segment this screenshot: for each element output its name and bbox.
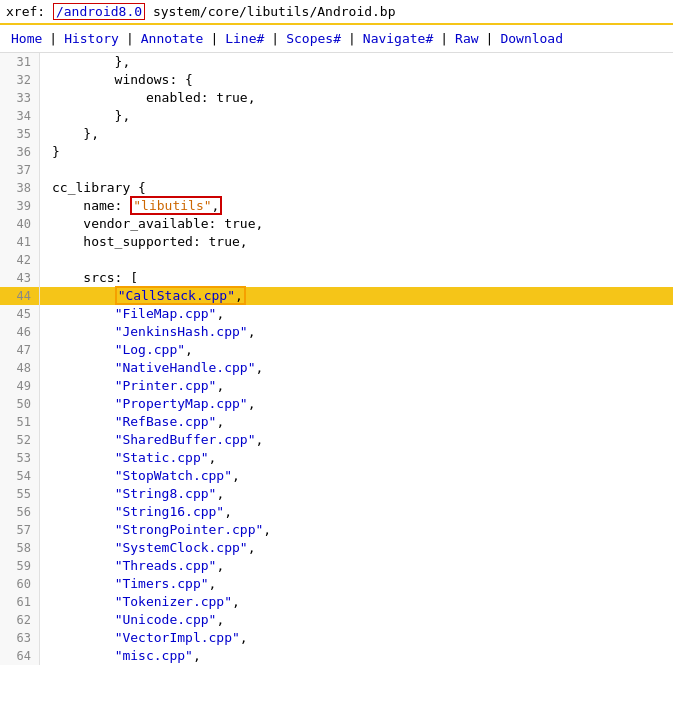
table-row: 37 bbox=[0, 161, 673, 179]
line-number[interactable]: 64 bbox=[0, 647, 40, 665]
nav-history[interactable]: History bbox=[59, 29, 124, 48]
line-number[interactable]: 55 bbox=[0, 485, 40, 503]
code-content: "Unicode.cpp", bbox=[40, 611, 224, 629]
line-number[interactable]: 44 bbox=[0, 287, 40, 305]
table-row: 51 "RefBase.cpp", bbox=[0, 413, 673, 431]
code-content: "Tokenizer.cpp", bbox=[40, 593, 240, 611]
nav-annotate[interactable]: Annotate bbox=[136, 29, 209, 48]
line-number[interactable]: 43 bbox=[0, 269, 40, 287]
code-content: "misc.cpp", bbox=[40, 647, 201, 665]
line-number[interactable]: 52 bbox=[0, 431, 40, 449]
table-row: 35 }, bbox=[0, 125, 673, 143]
table-row: 53 "Static.cpp", bbox=[0, 449, 673, 467]
code-content: "SystemClock.cpp", bbox=[40, 539, 256, 557]
breadcrumb-path: system/core/libutils/Android.bp bbox=[153, 4, 396, 19]
line-number[interactable]: 36 bbox=[0, 143, 40, 161]
line-number[interactable]: 50 bbox=[0, 395, 40, 413]
nav-lineno[interactable]: Line# bbox=[220, 29, 269, 48]
line-number[interactable]: 32 bbox=[0, 71, 40, 89]
code-content: "Log.cpp", bbox=[40, 341, 193, 359]
breadcrumb-bar: xref: /android8.0 system/core/libutils/A… bbox=[0, 0, 673, 25]
nav-raw[interactable]: Raw bbox=[450, 29, 483, 48]
line-number[interactable]: 40 bbox=[0, 215, 40, 233]
table-row: 57 "StrongPointer.cpp", bbox=[0, 521, 673, 539]
table-row: 61 "Tokenizer.cpp", bbox=[0, 593, 673, 611]
nav-scopes[interactable]: Scopes# bbox=[281, 29, 346, 48]
line-number[interactable]: 41 bbox=[0, 233, 40, 251]
line-number[interactable]: 45 bbox=[0, 305, 40, 323]
line-number[interactable]: 58 bbox=[0, 539, 40, 557]
table-row: 47 "Log.cpp", bbox=[0, 341, 673, 359]
line-number[interactable]: 31 bbox=[0, 53, 40, 71]
nav-navigate[interactable]: Navigate# bbox=[358, 29, 438, 48]
code-content: }, bbox=[40, 107, 130, 125]
code-content bbox=[40, 161, 60, 179]
code-content: vendor_available: true, bbox=[40, 215, 263, 233]
line-number[interactable]: 34 bbox=[0, 107, 40, 125]
line-number[interactable]: 57 bbox=[0, 521, 40, 539]
table-row: 40 vendor_available: true, bbox=[0, 215, 673, 233]
code-container: 31 }, 32 windows: { 33 enabled: true, 34… bbox=[0, 53, 673, 665]
code-content: host_supported: true, bbox=[40, 233, 248, 251]
table-row: 63 "VectorImpl.cpp", bbox=[0, 629, 673, 647]
line-number[interactable]: 47 bbox=[0, 341, 40, 359]
line-number[interactable]: 38 bbox=[0, 179, 40, 197]
line-number[interactable]: 42 bbox=[0, 251, 40, 269]
line-number[interactable]: 39 bbox=[0, 197, 40, 215]
table-row: 52 "SharedBuffer.cpp", bbox=[0, 431, 673, 449]
line-number[interactable]: 61 bbox=[0, 593, 40, 611]
table-row: 50 "PropertyMap.cpp", bbox=[0, 395, 673, 413]
code-content: "Timers.cpp", bbox=[40, 575, 216, 593]
table-row: 38 cc_library { bbox=[0, 179, 673, 197]
xref-label: xref: bbox=[6, 4, 45, 19]
code-content: "NativeHandle.cpp", bbox=[40, 359, 263, 377]
table-row: 49 "Printer.cpp", bbox=[0, 377, 673, 395]
code-content: enabled: true, bbox=[40, 89, 256, 107]
code-content: "String8.cpp", bbox=[40, 485, 224, 503]
table-row: 36 } bbox=[0, 143, 673, 161]
line-number[interactable]: 46 bbox=[0, 323, 40, 341]
code-content bbox=[40, 251, 60, 269]
nav-home[interactable]: Home bbox=[6, 29, 47, 48]
table-row: 31 }, bbox=[0, 53, 673, 71]
line-number[interactable]: 33 bbox=[0, 89, 40, 107]
table-row: 33 enabled: true, bbox=[0, 89, 673, 107]
code-content: "StrongPointer.cpp", bbox=[40, 521, 271, 539]
table-row: 32 windows: { bbox=[0, 71, 673, 89]
table-row: 42 bbox=[0, 251, 673, 269]
line-number[interactable]: 35 bbox=[0, 125, 40, 143]
nav-bar: Home | History | Annotate | Line# | Scop… bbox=[0, 25, 673, 53]
table-row: 64 "misc.cpp", bbox=[0, 647, 673, 665]
code-content: cc_library { bbox=[40, 179, 146, 197]
line-number[interactable]: 49 bbox=[0, 377, 40, 395]
line-number[interactable]: 37 bbox=[0, 161, 40, 179]
code-content: "StopWatch.cpp", bbox=[40, 467, 240, 485]
code-content: "Static.cpp", bbox=[40, 449, 216, 467]
table-row: 41 host_supported: true, bbox=[0, 233, 673, 251]
line-number[interactable]: 59 bbox=[0, 557, 40, 575]
code-content: "String16.cpp", bbox=[40, 503, 232, 521]
code-content: name: "libutils", bbox=[40, 197, 222, 215]
table-row: 34 }, bbox=[0, 107, 673, 125]
code-content: "RefBase.cpp", bbox=[40, 413, 224, 431]
nav-download[interactable]: Download bbox=[495, 29, 568, 48]
code-content: "PropertyMap.cpp", bbox=[40, 395, 256, 413]
table-row: 39 name: "libutils", bbox=[0, 197, 673, 215]
table-row: 48 "NativeHandle.cpp", bbox=[0, 359, 673, 377]
table-row: 43 srcs: [ bbox=[0, 269, 673, 287]
line-number[interactable]: 63 bbox=[0, 629, 40, 647]
code-content: windows: { bbox=[40, 71, 193, 89]
line-number[interactable]: 54 bbox=[0, 467, 40, 485]
line-number[interactable]: 51 bbox=[0, 413, 40, 431]
table-row: 58 "SystemClock.cpp", bbox=[0, 539, 673, 557]
code-content: "SharedBuffer.cpp", bbox=[40, 431, 263, 449]
line-number[interactable]: 48 bbox=[0, 359, 40, 377]
line-number[interactable]: 56 bbox=[0, 503, 40, 521]
line-number[interactable]: 53 bbox=[0, 449, 40, 467]
xref-link[interactable]: /android8.0 bbox=[53, 3, 145, 20]
table-row: 44 "CallStack.cpp", bbox=[0, 287, 673, 305]
code-content: }, bbox=[40, 125, 99, 143]
table-row: 62 "Unicode.cpp", bbox=[0, 611, 673, 629]
line-number[interactable]: 60 bbox=[0, 575, 40, 593]
line-number[interactable]: 62 bbox=[0, 611, 40, 629]
